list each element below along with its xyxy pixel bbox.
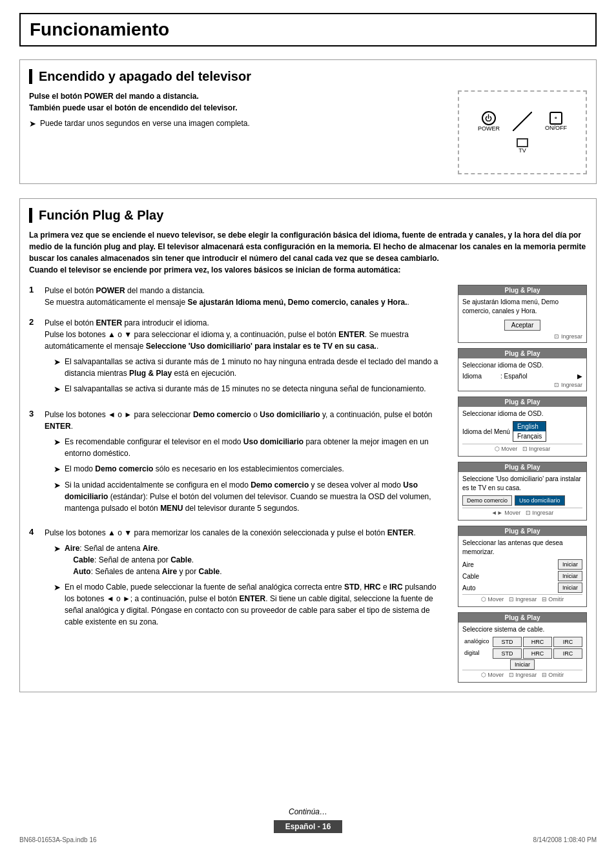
panel-6-digital: digital <box>462 648 491 659</box>
arrow-icon: ➤ <box>54 356 61 369</box>
panel-5-aire-row: Aire Iniciar <box>462 559 582 570</box>
panel-1-enter-hint: ⊡ Ingresar <box>462 333 582 340</box>
panel-4-uso-btn[interactable]: Uso domiciliario <box>515 495 565 506</box>
panel-5-auto-row: Auto Iniciar <box>462 583 582 593</box>
panel-4: Plug & Play Seleccione 'Uso domiciliario… <box>458 462 587 521</box>
step-2-sub2: ➤ El salvapantallas se activa si durante… <box>54 383 447 396</box>
panel-4-btn-row: Demo comercio Uso domiciliario <box>462 495 582 506</box>
panel-2-label: Idioma <box>462 373 498 380</box>
step-3-sub1: ➤ Es recomendable configurar el televiso… <box>54 436 447 459</box>
main-content: 1 Pulse el botón POWER del mando a dista… <box>29 285 587 683</box>
panel-2-text: Seleccionar idioma de OSD. <box>462 361 582 370</box>
arrow-icon: ➤ <box>54 383 61 396</box>
step-3-sub2: ➤ El modo Demo comercio sólo es necesari… <box>54 463 447 476</box>
section1-row: Pulse el botón POWER del mando a distanc… <box>29 90 587 174</box>
panel-3: Plug & Play Seleccionar idioma de OSD. I… <box>458 397 587 457</box>
panel-6-std2[interactable]: STD <box>493 648 522 659</box>
step-3-num: 3 <box>29 409 39 519</box>
panel-2-arrow: ▶ <box>577 373 582 380</box>
step-4-sub2: ➤ En el modo Cable, puede seleccionar la… <box>54 581 447 628</box>
tv-label: TV <box>517 138 528 154</box>
step-2-subs: ➤ El salvapantallas se activa si durante… <box>45 356 447 396</box>
panel-3-label: Idioma del Menú <box>462 428 510 435</box>
panel-5-auto-iniciar[interactable]: Iniciar <box>558 583 582 593</box>
tv-bottom-icons: TV <box>517 138 528 154</box>
tv-mockup: ⏻ POWER ⚬ ON/OFF <box>458 90 587 174</box>
tv-power-area: ⏻ POWER ⚬ ON/OFF <box>478 111 567 132</box>
panel-1-body: Se ajustarán Idioma menú, Demo comercio,… <box>458 295 586 342</box>
panel-5-cable-iniciar[interactable]: Iniciar <box>558 571 582 581</box>
panel-1-aceptar-container: Aceptar <box>462 318 582 332</box>
panel-5: Plug & Play Seleccionar las antenas que … <box>458 526 587 607</box>
panel-6-irc2[interactable]: IRC <box>553 648 582 659</box>
step-1-num: 1 <box>29 285 39 308</box>
panel-6-cable-grid: analógico STD HRC IRC digital STD HRC IR… <box>462 637 582 659</box>
step-2-content: Pulse el botón ENTER para introducir el … <box>45 317 447 400</box>
steps-col: 1 Pulse el botón POWER del mando a dista… <box>29 285 447 683</box>
section2-block: Función Plug & Play La primera vez que s… <box>19 198 597 692</box>
panel-5-aire-iniciar[interactable]: Iniciar <box>558 559 582 570</box>
panel-2-row: Idioma : Español ▶ <box>462 373 582 380</box>
panel-5-cable-row: Cable Iniciar <box>462 571 582 581</box>
tv-onoff-btn: ⚬ ON/OFF <box>545 112 567 131</box>
panel-4-mover-hint: ◄► Mover ⊡ Ingresar <box>462 508 582 517</box>
section1-header: Encendido y apagado del televisor <box>29 69 587 84</box>
panel-5-title: Plug & Play <box>458 526 586 536</box>
onoff-shape: ⚬ <box>549 112 562 125</box>
panel-2-value: : Español <box>500 373 575 380</box>
step-4: 4 Pulse los botones ▲ o ▼ para memorizar… <box>29 527 447 632</box>
panel-2: Plug & Play Seleccionar idioma de OSD. I… <box>458 348 587 391</box>
panel-6-std1[interactable]: STD <box>493 637 522 647</box>
panel-2-title: Plug & Play <box>458 349 586 358</box>
power-label: POWER <box>478 125 500 132</box>
arrow-icon: ➤ <box>54 436 61 449</box>
panel-3-body: Seleccionar idioma de OSD. Idioma del Me… <box>458 407 586 456</box>
svg-line-0 <box>513 112 532 131</box>
tv-power-btn: ⏻ POWER <box>478 111 500 132</box>
arrow-icon: ➤ <box>54 463 61 476</box>
section1-text: Pulse el botón POWER del mando a distanc… <box>29 90 447 174</box>
panel-3-text: Seleccionar idioma de OSD. <box>462 409 582 418</box>
diagonal-indicator <box>513 112 532 131</box>
panel-6-irc1[interactable]: IRC <box>553 637 582 647</box>
panel-5-text: Seleccionar las antenas que desea memori… <box>462 539 582 557</box>
panel-6-hrc1[interactable]: HRC <box>523 637 552 647</box>
panel-3-lang-list: English Français <box>513 421 546 442</box>
page-footer: Continúa… Español - 16 <box>0 807 616 833</box>
section1-intro: Pulse el botón POWER del mando a distanc… <box>29 90 447 114</box>
panel-4-body: Seleccione 'Uso domiciliario' para insta… <box>458 472 586 520</box>
section1-tv-image: ⏻ POWER ⚬ ON/OFF <box>458 90 587 174</box>
step-2-sub1: ➤ El salvapantallas se activa si durante… <box>54 356 447 379</box>
panel-1: Plug & Play Se ajustarán Idioma menú, De… <box>458 285 587 343</box>
section2-header: Función Plug & Play <box>29 208 587 223</box>
panel-3-mover-hint: ⬡ Mover ⊡ Ingresar <box>462 444 582 453</box>
step-4-subs: ➤ Aire: Señal de antena Aire. Cable: Señ… <box>45 542 447 628</box>
panel-3-row: Idioma del Menú English Français <box>462 421 582 442</box>
panel-4-demo-btn[interactable]: Demo comercio <box>462 495 512 506</box>
panel-lang-english[interactable]: English <box>513 422 546 431</box>
panel-lang-francais[interactable]: Français <box>513 431 546 441</box>
panel-5-aire-label: Aire <box>462 561 474 568</box>
step-3: 3 Pulse los botones ◄ o ► para seleccion… <box>29 409 447 519</box>
section2-intro: La primera vez que se enciende el nuevo … <box>29 229 587 276</box>
panel-4-title: Plug & Play <box>458 462 586 472</box>
section1-arrow-item: ➤ Puede tardar unos segundos en verse un… <box>29 119 447 129</box>
panel-1-aceptar-btn[interactable]: Aceptar <box>504 320 540 331</box>
step-3-content: Pulse los botones ◄ o ► para seleccionar… <box>45 409 447 519</box>
panel-6-hrc2[interactable]: HRC <box>523 648 552 659</box>
arrow-icon: ➤ <box>54 542 61 555</box>
panel-6-iniciar-btn[interactable]: Iniciar <box>510 659 535 670</box>
main-title: Funcionamiento <box>19 13 597 46</box>
panel-6-text: Selecciore sistema de cable. <box>462 625 582 634</box>
section1-block: Encendido y apagado del televisor Pulse … <box>19 59 597 184</box>
panel-6: Plug & Play Selecciore sistema de cable.… <box>458 612 587 683</box>
page-number-bar: Español - 16 <box>274 820 343 833</box>
step-2-num: 2 <box>29 317 39 400</box>
panel-5-auto-label: Auto <box>462 584 476 592</box>
panel-5-cable-label: Cable <box>462 573 479 580</box>
panel-1-text: Se ajustarán Idioma menú, Demo comercio,… <box>462 298 582 316</box>
footer-file-info: BN68-01653A-Spa.indb 16 <box>19 836 97 843</box>
step-2: 2 Pulse el botón ENTER para introducir e… <box>29 317 447 400</box>
arrow-icon: ➤ <box>54 479 61 492</box>
panel-4-text: Seleccione 'Uso domiciliario' para insta… <box>462 475 582 493</box>
